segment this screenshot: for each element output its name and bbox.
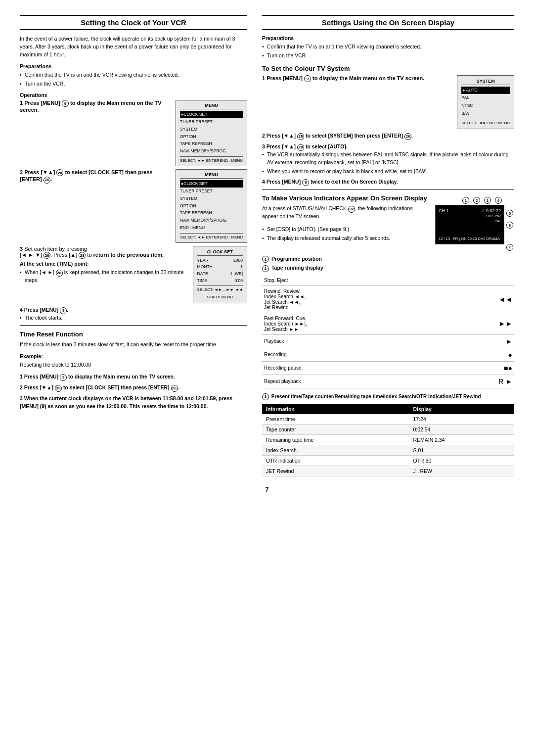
step3-text: 3 Set each item by pressing [◄ ► ▼] 28. … (20, 246, 188, 285)
colour-title: To Set the Colour TV System (262, 65, 514, 72)
tape-sym-rewind: ◄◄ (445, 285, 514, 313)
clock-month-value: 1 (240, 264, 243, 271)
various-text: At a press of STATUS/ NAVI CHECK 32, the… (262, 205, 429, 243)
info-cell-remain-val: REMAIN 2:34 (409, 434, 514, 445)
left-section-title: Setting the Clock of Your VCR (20, 15, 247, 30)
menu-item-navi2: NAVI MEMORY/SPROG. (180, 217, 243, 224)
clock-bottom: SELECT: ◄► —►► ◄◄ (197, 285, 243, 293)
step4-text: Press [MENU] 9. (24, 307, 68, 313)
tr-step3: 3 When the current clock displays on the… (20, 395, 247, 411)
info-row-3: Remaining tape time REMAIN 2:34 (262, 434, 514, 445)
menu-end-hint: END : MENU (220, 158, 243, 164)
step1-content: Press [MENU] 9 to display the Main menu … (20, 100, 162, 113)
clock-date-value: 1 [WE] (230, 271, 243, 278)
tape-sym-stop (445, 275, 514, 286)
info-cell-tape-counter-label: Tape counter (262, 424, 409, 434)
tape-desc-ff: Fast Forward, Cue,Index Search ►►|,Jet S… (262, 313, 445, 334)
tape-sym-repeat: R ► (445, 375, 514, 388)
right-section-title: Settings Using the On Screen Display (262, 15, 514, 30)
menu-bottom-1: SELECT: ◄► ENTER END : MENU (180, 156, 243, 164)
num-1: 1 (462, 197, 469, 204)
right-step2-content: Press [▼▲] 28 to select [SYSTEM] then pr… (267, 133, 413, 139)
example-detail: Resetting the clock to 12:00.00 (20, 361, 247, 369)
info-cell-remain-label: Remaining tape time (262, 434, 409, 445)
sys-item-bw: B/W (461, 110, 510, 118)
clock-row-time: TIME0:00 (197, 278, 243, 284)
sys-select-hint: SELECT: ◄► (461, 120, 487, 127)
tape-sym-rec: ● (445, 348, 514, 361)
osd-time: L 0:02.22HH SP52PAL (483, 208, 501, 223)
step3-num: 3 (20, 246, 24, 252)
menu-item-navi: NAVI MEMORY/SPROG. (180, 147, 243, 155)
info-table-head: Information Display (262, 404, 514, 414)
osd-bottom-text: 12 / 13 . FR | ON 20:13 CH2 DRAMA (439, 236, 501, 241)
tape-desc-rewind: Rewind, Review,Index Search ◄◄,Jet Searc… (262, 285, 445, 313)
menu-item-clock-set: ●CLOCK SET (180, 111, 243, 118)
menu-select-hint: SELECT: ◄► ENTER (180, 158, 220, 164)
menu-select-hint2: SELECT: ◄► ENTER (180, 235, 220, 240)
menu-item-tape2: TAPE REFRESH (180, 209, 243, 217)
page-layout: Setting the Clock of Your VCR In the eve… (20, 15, 514, 476)
osd-with-numbers: 1 2 3 4 CH 1 L 0:02.22HH SP52PAL 12 / 13… (435, 205, 514, 251)
tape-sym-rec-pause: ■● (445, 361, 514, 375)
circle-1: 1 (262, 256, 269, 263)
num-7: 7 (506, 244, 513, 251)
clock-title: CLOCK SET (197, 248, 243, 256)
tape-desc-rec: Recording (262, 348, 445, 361)
osd-diagram-container: 1 2 3 4 CH 1 L 0:02.22HH SP52PAL 12 / 13… (435, 205, 514, 251)
info-cell-otr-val: OTR 60 (409, 455, 514, 466)
info-row-5: OTR indication OTR 60 (262, 455, 514, 466)
right-step1-row: 1 Press [MENU] 9 to display the Main men… (262, 75, 514, 130)
right-step3-bullet1: The VCR automatically distinguishes betw… (262, 151, 514, 167)
clock-box: CLOCK SET YEAR2000 MONTH1 DATE1 [WE] TIM… (193, 246, 247, 303)
info-cell-jet-label: JET Rewind (262, 466, 409, 476)
menu-item-system: SYSTEM (180, 126, 243, 133)
sys-bottom: SELECT: ◄► END : MENU (461, 119, 510, 127)
indicator2: 2 Tape running display (262, 265, 514, 272)
right-step1-content: Press [MENU] 9 to display the Main menu … (267, 75, 424, 81)
tape-row-ff: Fast Forward, Cue,Index Search ►►|,Jet S… (262, 313, 514, 334)
sys-item-ntsc: NTSC (461, 102, 510, 110)
num-2: 2 (473, 197, 480, 204)
various-section: At a press of STATUS/ NAVI CHECK 32, the… (262, 205, 514, 251)
divider-1 (20, 325, 247, 326)
clock-month-label: MONTH (197, 264, 213, 271)
num-3: 3 (484, 197, 491, 204)
info-cell-index-label: Index Search (262, 445, 409, 455)
menu-item-option: OPTION (180, 133, 243, 141)
num-5: 5 (506, 210, 513, 217)
menu-item-system2: SYSTEM (180, 195, 243, 202)
tr-step1: 1 Press [MENU] 9 to display the Main men… (20, 373, 247, 381)
menu-end-hint2: END : MENU (220, 235, 243, 240)
step2-text: 2 Press [▼▲] 28 to select [CLOCK SET] th… (20, 169, 171, 184)
clock-date-label: DATE (197, 271, 208, 278)
right-step1-num: 1 (262, 75, 267, 81)
info-cell-index-val: S 01 (409, 445, 514, 455)
osd-side-nums: 5 6 7 (506, 210, 514, 251)
tape-row-rec-pause: Recording pause ■● (262, 361, 514, 375)
osd-top: CH 1 L 0:02.22HH SP52PAL (439, 208, 501, 223)
step3-sub-bullet: When [◄ ►] 28 is kept pressed, the indic… (20, 269, 188, 284)
info-row-4: Index Search S 01 (262, 445, 514, 455)
step3-content: Set each item by pressing [◄ ► ▼] 28. Pr… (20, 246, 164, 258)
osd-num-top: 1 2 3 4 (462, 197, 503, 204)
tape-sym-play: ► (445, 334, 514, 348)
tape-sym-ff: ►► (445, 313, 514, 334)
info-header-row: Information Display (262, 404, 514, 414)
osd-screen: CH 1 L 0:02.22HH SP52PAL 12 / 13 . FR | … (435, 205, 504, 244)
right-step1-text: 1 Press [MENU] 9 to display the Main men… (262, 75, 452, 83)
tr-step1-num: 1 (20, 374, 24, 379)
step2-row: 2 Press [▼▲] 28 to select [CLOCK SET] th… (20, 169, 247, 243)
clock-row-date: DATE1 [WE] (197, 271, 243, 278)
info-cell-tape-counter-val: 0:02.54 (409, 424, 514, 434)
tape-display-table: Stop, Eject Rewind, Review,Index Search … (262, 275, 514, 388)
info-row-6: JET Rewind J . REW (262, 466, 514, 476)
menu-bottom-2: SELECT: ◄► ENTER END : MENU (180, 233, 243, 240)
info-table: Information Display Present time 17:24 T… (262, 404, 514, 476)
left-column: Setting the Clock of Your VCR In the eve… (20, 15, 247, 476)
right-step4-content: Press [MENU] 9 twice to exit the On Scre… (267, 179, 398, 185)
clock-year-value: 2000 (233, 257, 243, 264)
menu-item-clock-set2: ●CLOCK SET (180, 180, 243, 188)
step1-row: 1 Press [MENU] 9 to display the Main men… (20, 100, 247, 166)
step3-row: 3 Set each item by pressing [◄ ► ▼] 28. … (20, 246, 247, 303)
